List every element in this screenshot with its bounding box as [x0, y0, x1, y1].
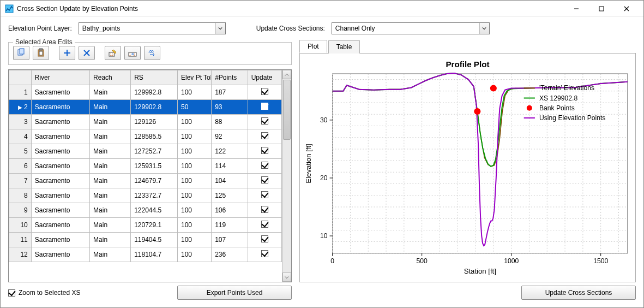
checkbox-icon[interactable] [261, 162, 268, 169]
svg-text:0: 0 [330, 257, 334, 265]
checkbox-icon[interactable] [261, 235, 268, 242]
svg-text:1: 1 [129, 53, 131, 56]
checkbox-icon[interactable] [261, 147, 268, 154]
svg-text:XS 129902.8: XS 129902.8 [539, 94, 577, 102]
update-cross-sections-button[interactable]: Update Cross Sections [521, 286, 636, 300]
checkbox-icon[interactable] [261, 117, 268, 125]
col-rownum[interactable] [9, 70, 32, 85]
update-cross-sections-value: Channel Only [332, 23, 479, 33]
scroll-down-icon[interactable] [282, 273, 291, 282]
chevron-down-icon [215, 23, 225, 34]
elevation-point-layer-combo[interactable]: Bathy_points [79, 22, 226, 34]
plot-panel: 050010001500102030Station [ft]Elevation … [299, 54, 636, 282]
svg-rect-9 [39, 51, 43, 55]
svg-text:Station [ft]: Station [ft] [464, 267, 496, 275]
col-river[interactable]: River [31, 70, 89, 85]
profile-plot[interactable]: 050010001500102030Station [ft]Elevation … [302, 56, 633, 280]
elevation-point-layer-value: Bathy_points [79, 23, 215, 33]
scroll-thumb[interactable] [283, 80, 291, 140]
svg-point-77 [527, 105, 532, 111]
svg-rect-2 [599, 7, 604, 11]
table-row[interactable]: 3SacramentoMain12912610088 [9, 115, 282, 129]
svg-text:Profile Plot: Profile Plot [446, 60, 490, 69]
checkbox-icon[interactable] [261, 176, 268, 183]
svg-text:1000: 1000 [504, 257, 519, 265]
table-row[interactable]: 1SacramentoMain129992.8100187 [9, 85, 282, 100]
chevron-down-icon [479, 23, 489, 34]
checkbox-icon[interactable] [261, 250, 268, 257]
col-points[interactable]: #Points [212, 70, 248, 85]
svg-point-72 [490, 85, 497, 91]
paste-button[interactable] [33, 46, 49, 60]
table-row[interactable]: 6SacramentoMain125931.5100114 [9, 159, 282, 174]
checkbox-icon [8, 289, 15, 297]
copy-button[interactable] [13, 46, 29, 60]
col-tol[interactable]: Elev Pt Tol (ft) [177, 70, 211, 85]
table-row[interactable]: 5SacramentoMain127252.7100122 [9, 144, 282, 159]
checkbox-icon[interactable] [261, 206, 268, 213]
table-row[interactable]: 4SacramentoMain128585.510092 [9, 129, 282, 144]
vertical-scrollbar[interactable] [282, 70, 291, 282]
svg-text:Bank Points: Bank Points [539, 104, 575, 112]
svg-rect-0 [5, 5, 13, 13]
tab-table[interactable]: Table [328, 40, 360, 54]
checkbox-icon[interactable] [261, 221, 268, 228]
table-row[interactable]: 9SacramentoMain122044.5100106 [9, 203, 282, 218]
checkbox-icon[interactable] [261, 191, 268, 198]
svg-text:20: 20 [320, 174, 328, 182]
table-row[interactable]: 8SacramentoMain123372.7100125 [9, 188, 282, 203]
scroll-up-icon[interactable] [282, 70, 291, 79]
svg-text:1500: 1500 [593, 257, 608, 265]
svg-text:Elevation [ft]: Elevation [ft] [304, 144, 312, 183]
elevation-point-layer-label: Elevation Point Layer: [8, 25, 72, 32]
decimals-button[interactable]: .00 [144, 46, 160, 60]
svg-text:Using Elevation Points: Using Elevation Points [539, 114, 605, 122]
delete-button[interactable] [79, 46, 95, 60]
svg-text:'Terrain' Elevations: 'Terrain' Elevations [539, 84, 594, 92]
checkbox-icon[interactable] [261, 132, 268, 139]
set-range-button[interactable]: 12 [124, 46, 141, 60]
tab-plot[interactable]: Plot [299, 40, 327, 53]
zoom-to-selected-checkbox[interactable]: Zoom to Selected XS [8, 289, 80, 297]
export-points-label: Export Points Used [207, 289, 263, 297]
app-icon [5, 4, 14, 13]
svg-rect-6 [20, 49, 24, 54]
table-row[interactable]: 11SacramentoMain119404.5100107 [9, 233, 282, 247]
svg-text:.00: .00 [148, 50, 154, 54]
col-update[interactable]: Update [248, 70, 281, 85]
result-tabs: Plot Table [299, 40, 636, 54]
edit-values-button[interactable]: 12 [105, 46, 121, 60]
minimize-button[interactable] [564, 1, 589, 17]
svg-point-71 [474, 108, 480, 115]
add-button[interactable] [59, 46, 75, 60]
close-button[interactable] [614, 1, 639, 17]
svg-text:10: 10 [320, 232, 328, 240]
svg-rect-20 [333, 74, 628, 253]
svg-text:2: 2 [134, 53, 135, 56]
table-row[interactable]: 7SacramentoMain124679.7100104 [9, 174, 282, 188]
window-title: Cross Section Update by Elevation Points [17, 5, 138, 13]
maximize-button[interactable] [589, 1, 614, 17]
svg-rect-8 [39, 49, 43, 50]
table-row[interactable]: ▶ 2SacramentoMain129902.85093 [9, 100, 282, 115]
col-rs[interactable]: RS [131, 70, 178, 85]
svg-text:30: 30 [320, 116, 328, 124]
checkbox-icon[interactable] [261, 103, 268, 110]
cross-sections-table[interactable]: River Reach RS Elev Pt Tol (ft) #Points … [9, 70, 282, 282]
selected-area-edits-legend: Selected Area Edits [13, 38, 75, 46]
export-points-button[interactable]: Export Points Used [177, 286, 292, 300]
svg-text:12: 12 [110, 53, 114, 56]
col-reach[interactable]: Reach [90, 70, 131, 85]
update-cross-sections-btn-label: Update Cross Sections [545, 289, 612, 297]
svg-text:500: 500 [417, 257, 428, 265]
update-cross-sections-label: Update Cross Sections: [256, 25, 325, 32]
checkbox-icon[interactable] [261, 88, 268, 95]
selected-area-edits-group: Selected Area Edits 12 12 .00 [8, 42, 292, 65]
zoom-to-selected-label: Zoom to Selected XS [19, 289, 80, 297]
update-cross-sections-combo[interactable]: Channel Only [332, 22, 490, 34]
table-row[interactable]: 12SacramentoMain118104.7100236 [9, 247, 282, 262]
title-bar: Cross Section Update by Elevation Points [1, 1, 643, 17]
table-row[interactable]: 10SacramentoMain120729.1100119 [9, 218, 282, 233]
